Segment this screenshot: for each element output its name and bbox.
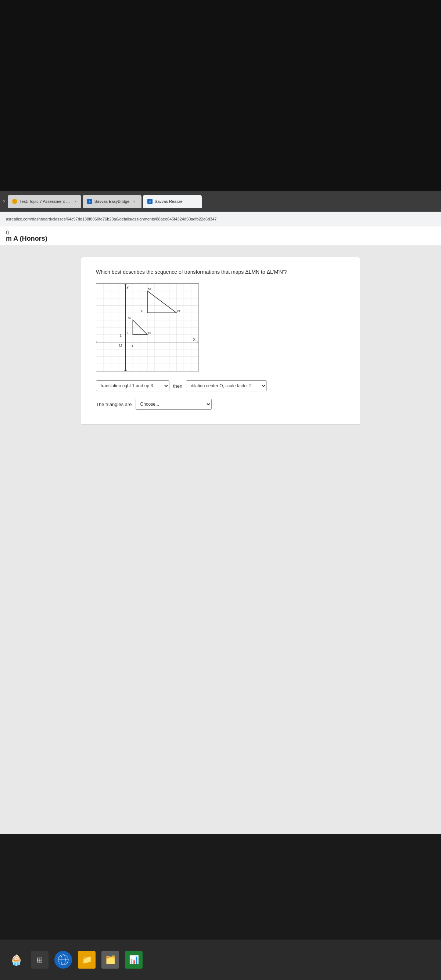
tab-realize[interactable]: S Savvas Realize bbox=[143, 195, 202, 208]
svg-text:N: N bbox=[148, 331, 151, 335]
page-subtitle: r) bbox=[6, 229, 435, 235]
taskbar-excel-icon[interactable]: 📊 bbox=[125, 951, 143, 969]
triangles-dropdown[interactable]: Choose... similar congruent neither simi… bbox=[135, 399, 212, 410]
main-content: Which best describes the sequence of tra… bbox=[0, 246, 441, 834]
address-text: asrealize.com/dashboard/classes/64c97dd1… bbox=[6, 217, 217, 221]
then-label: then bbox=[173, 383, 182, 389]
realize-tab-icon: S bbox=[147, 199, 153, 204]
test-tab-close[interactable]: × bbox=[75, 199, 77, 204]
controls-row: translation right 1 and up 3 translation… bbox=[96, 380, 345, 391]
svg-text:M: M bbox=[127, 316, 131, 320]
transformation1-dropdown[interactable]: translation right 1 and up 3 translation… bbox=[96, 380, 169, 391]
realize-tab-label: Savvas Realize bbox=[155, 199, 183, 204]
svg-text:1: 1 bbox=[120, 333, 122, 337]
easybridge-tab-label: Savvas EasyBridge bbox=[94, 199, 129, 204]
test-tab-icon bbox=[12, 199, 17, 204]
svg-text:1: 1 bbox=[131, 344, 134, 348]
svg-text:M': M' bbox=[148, 286, 151, 291]
taskbar-browser-icon[interactable] bbox=[54, 951, 72, 969]
svg-text:X: X bbox=[193, 337, 196, 342]
easybridge-tab-close[interactable]: × bbox=[133, 199, 135, 204]
taskbar-windows-icon[interactable]: ⊞ bbox=[31, 951, 48, 969]
tab-test[interactable]: Test: Topic 7 Assessment Form A × bbox=[8, 195, 81, 208]
svg-marker-29 bbox=[124, 371, 127, 371]
triangles-row: The triangles are Choose... similar cong… bbox=[96, 399, 345, 410]
triangles-label: The triangles are bbox=[96, 402, 132, 407]
svg-text:y: y bbox=[126, 285, 129, 289]
svg-text:L: L bbox=[127, 331, 129, 335]
easybridge-tab-icon: S bbox=[87, 199, 92, 204]
address-bar[interactable]: asrealize.com/dashboard/classes/64c97dd1… bbox=[0, 212, 441, 226]
question-text: Which best describes the sequence of tra… bbox=[96, 268, 345, 276]
svg-text:N': N' bbox=[177, 309, 180, 313]
page-title: m A (Honors) bbox=[6, 235, 435, 242]
taskbar-folder-icon[interactable]: 📁 bbox=[78, 951, 96, 969]
svg-marker-27 bbox=[96, 340, 97, 344]
taskbar-muffin-icon[interactable]: 🧁 bbox=[7, 951, 25, 969]
tab1-close-x[interactable]: × bbox=[3, 199, 5, 204]
svg-text:L': L' bbox=[141, 309, 144, 313]
browser-chrome: × Test: Topic 7 Assessment Form A × S Sa… bbox=[0, 191, 441, 212]
graph-container: O X y 1 1 L M N bbox=[96, 283, 199, 372]
taskbar-files-icon[interactable]: 🗂️ bbox=[102, 951, 119, 969]
svg-marker-26 bbox=[198, 340, 199, 344]
page-header: r) m A (Honors) bbox=[0, 226, 441, 246]
taskbar: 🧁 ⊞ 📁 🗂️ 📊 bbox=[0, 940, 441, 980]
test-tab-label: Test: Topic 7 Assessment Form A bbox=[19, 199, 71, 204]
coordinate-graph: O X y 1 1 L M N bbox=[96, 284, 199, 371]
top-black-area bbox=[0, 0, 441, 191]
transformation2-dropdown[interactable]: dilation center O, scale factor 2 dilati… bbox=[186, 380, 267, 391]
tab-easybridge[interactable]: S Savvas EasyBridge × bbox=[83, 195, 142, 208]
question-card: Which best describes the sequence of tra… bbox=[81, 257, 360, 425]
svg-text:O: O bbox=[119, 343, 122, 348]
